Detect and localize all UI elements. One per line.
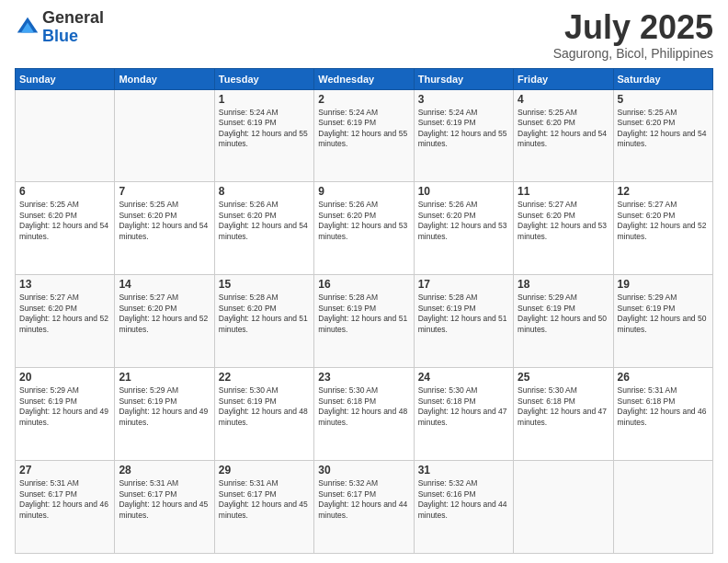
logo-blue: Blue xyxy=(42,28,104,46)
day-number: 8 xyxy=(219,185,310,198)
day-number: 1 xyxy=(219,93,310,106)
day-cell: 28Sunrise: 5:31 AMSunset: 6:17 PMDayligh… xyxy=(115,461,214,554)
day-number: 29 xyxy=(219,464,310,477)
day-info: Sunrise: 5:30 AMSunset: 6:18 PMDaylight:… xyxy=(418,385,509,428)
day-info: Sunrise: 5:32 AMSunset: 6:16 PMDaylight:… xyxy=(418,478,509,521)
day-info: Sunrise: 5:25 AMSunset: 6:20 PMDaylight:… xyxy=(19,200,110,242)
day-info: Sunrise: 5:31 AMSunset: 6:17 PMDaylight:… xyxy=(19,478,110,521)
day-number: 3 xyxy=(418,93,509,106)
day-number: 30 xyxy=(318,464,409,477)
day-cell xyxy=(115,89,214,182)
day-cell: 12Sunrise: 5:27 AMSunset: 6:20 PMDayligh… xyxy=(613,182,712,275)
day-info: Sunrise: 5:31 AMSunset: 6:18 PMDaylight:… xyxy=(618,385,709,428)
day-info: Sunrise: 5:30 AMSunset: 6:18 PMDaylight:… xyxy=(518,385,609,428)
day-cell: 26Sunrise: 5:31 AMSunset: 6:18 PMDayligh… xyxy=(613,368,712,461)
day-cell: 25Sunrise: 5:30 AMSunset: 6:18 PMDayligh… xyxy=(514,368,613,461)
day-cell: 21Sunrise: 5:29 AMSunset: 6:19 PMDayligh… xyxy=(115,368,214,461)
day-cell: 31Sunrise: 5:32 AMSunset: 6:16 PMDayligh… xyxy=(414,461,513,554)
day-info: Sunrise: 5:30 AMSunset: 6:19 PMDaylight:… xyxy=(219,385,310,428)
day-cell: 2Sunrise: 5:24 AMSunset: 6:19 PMDaylight… xyxy=(314,89,414,182)
calendar-header-row: SundayMondayTuesdayWednesdayThursdayFrid… xyxy=(16,68,713,89)
page: General Blue July 2025 Sagurong, Bicol, … xyxy=(0,0,728,563)
day-cell: 20Sunrise: 5:29 AMSunset: 6:19 PMDayligh… xyxy=(16,368,115,461)
day-info: Sunrise: 5:25 AMSunset: 6:20 PMDaylight:… xyxy=(119,200,210,242)
day-cell xyxy=(16,89,115,182)
day-cell: 22Sunrise: 5:30 AMSunset: 6:19 PMDayligh… xyxy=(214,368,313,461)
day-number: 25 xyxy=(518,371,609,384)
day-number: 12 xyxy=(618,185,709,198)
day-header-wednesday: Wednesday xyxy=(314,68,414,89)
day-info: Sunrise: 5:29 AMSunset: 6:19 PMDaylight:… xyxy=(119,385,210,428)
day-number: 22 xyxy=(219,371,310,384)
day-cell: 6Sunrise: 5:25 AMSunset: 6:20 PMDaylight… xyxy=(16,182,115,275)
day-number: 16 xyxy=(318,278,409,291)
day-cell: 10Sunrise: 5:26 AMSunset: 6:20 PMDayligh… xyxy=(414,182,513,275)
day-cell: 19Sunrise: 5:29 AMSunset: 6:19 PMDayligh… xyxy=(613,275,712,368)
day-info: Sunrise: 5:30 AMSunset: 6:18 PMDaylight:… xyxy=(318,385,409,428)
day-info: Sunrise: 5:25 AMSunset: 6:20 PMDaylight:… xyxy=(518,108,609,150)
day-info: Sunrise: 5:26 AMSunset: 6:20 PMDaylight:… xyxy=(418,200,509,242)
week-row-3: 13Sunrise: 5:27 AMSunset: 6:20 PMDayligh… xyxy=(16,275,713,368)
week-row-1: 1Sunrise: 5:24 AMSunset: 6:19 PMDaylight… xyxy=(16,89,713,182)
day-info: Sunrise: 5:24 AMSunset: 6:19 PMDaylight:… xyxy=(318,108,409,150)
day-cell: 27Sunrise: 5:31 AMSunset: 6:17 PMDayligh… xyxy=(16,461,115,554)
day-cell: 7Sunrise: 5:25 AMSunset: 6:20 PMDaylight… xyxy=(115,182,214,275)
day-cell xyxy=(514,461,613,554)
calendar-table: SundayMondayTuesdayWednesdayThursdayFrid… xyxy=(15,68,713,554)
day-cell: 13Sunrise: 5:27 AMSunset: 6:20 PMDayligh… xyxy=(16,275,115,368)
week-row-4: 20Sunrise: 5:29 AMSunset: 6:19 PMDayligh… xyxy=(16,368,713,461)
day-cell: 8Sunrise: 5:26 AMSunset: 6:20 PMDaylight… xyxy=(214,182,313,275)
day-number: 4 xyxy=(518,93,609,106)
day-number: 21 xyxy=(119,371,210,384)
day-header-saturday: Saturday xyxy=(613,68,712,89)
day-cell: 29Sunrise: 5:31 AMSunset: 6:17 PMDayligh… xyxy=(214,461,313,554)
day-cell: 1Sunrise: 5:24 AMSunset: 6:19 PMDaylight… xyxy=(214,89,313,182)
day-info: Sunrise: 5:24 AMSunset: 6:19 PMDaylight:… xyxy=(219,108,310,150)
week-row-2: 6Sunrise: 5:25 AMSunset: 6:20 PMDaylight… xyxy=(16,182,713,275)
day-number: 2 xyxy=(318,93,409,106)
day-info: Sunrise: 5:28 AMSunset: 6:19 PMDaylight:… xyxy=(418,293,509,335)
day-cell xyxy=(613,461,712,554)
day-number: 14 xyxy=(119,278,210,291)
day-header-sunday: Sunday xyxy=(16,68,115,89)
day-cell: 17Sunrise: 5:28 AMSunset: 6:19 PMDayligh… xyxy=(414,275,513,368)
day-cell: 5Sunrise: 5:25 AMSunset: 6:20 PMDaylight… xyxy=(613,89,712,182)
day-info: Sunrise: 5:31 AMSunset: 6:17 PMDaylight:… xyxy=(219,478,310,521)
day-info: Sunrise: 5:25 AMSunset: 6:20 PMDaylight:… xyxy=(618,108,709,150)
day-number: 18 xyxy=(518,278,609,291)
day-number: 19 xyxy=(618,278,709,291)
day-number: 23 xyxy=(318,371,409,384)
day-info: Sunrise: 5:29 AMSunset: 6:19 PMDaylight:… xyxy=(19,385,110,428)
day-number: 31 xyxy=(418,464,509,477)
day-cell: 3Sunrise: 5:24 AMSunset: 6:19 PMDaylight… xyxy=(414,89,513,182)
day-cell: 11Sunrise: 5:27 AMSunset: 6:20 PMDayligh… xyxy=(514,182,613,275)
day-cell: 14Sunrise: 5:27 AMSunset: 6:20 PMDayligh… xyxy=(115,275,214,368)
day-cell: 15Sunrise: 5:28 AMSunset: 6:20 PMDayligh… xyxy=(214,275,313,368)
day-number: 26 xyxy=(618,371,709,384)
logo-icon xyxy=(15,15,40,40)
day-info: Sunrise: 5:26 AMSunset: 6:20 PMDaylight:… xyxy=(318,200,409,242)
day-cell: 16Sunrise: 5:28 AMSunset: 6:19 PMDayligh… xyxy=(314,275,414,368)
day-number: 7 xyxy=(119,185,210,198)
header: General Blue July 2025 Sagurong, Bicol, … xyxy=(15,9,713,61)
day-info: Sunrise: 5:29 AMSunset: 6:19 PMDaylight:… xyxy=(518,293,609,335)
day-number: 13 xyxy=(19,278,110,291)
day-info: Sunrise: 5:27 AMSunset: 6:20 PMDaylight:… xyxy=(618,200,709,242)
day-info: Sunrise: 5:28 AMSunset: 6:19 PMDaylight:… xyxy=(318,293,409,335)
day-cell: 9Sunrise: 5:26 AMSunset: 6:20 PMDaylight… xyxy=(314,182,414,275)
day-header-monday: Monday xyxy=(115,68,214,89)
day-number: 11 xyxy=(518,185,609,198)
day-info: Sunrise: 5:29 AMSunset: 6:19 PMDaylight:… xyxy=(618,293,709,335)
week-row-5: 27Sunrise: 5:31 AMSunset: 6:17 PMDayligh… xyxy=(16,461,713,554)
month-title: July 2025 xyxy=(553,9,713,46)
day-info: Sunrise: 5:28 AMSunset: 6:20 PMDaylight:… xyxy=(219,293,310,335)
day-info: Sunrise: 5:26 AMSunset: 6:20 PMDaylight:… xyxy=(219,200,310,242)
day-info: Sunrise: 5:27 AMSunset: 6:20 PMDaylight:… xyxy=(19,293,110,335)
day-header-friday: Friday xyxy=(514,68,613,89)
logo: General Blue xyxy=(15,9,104,46)
day-info: Sunrise: 5:32 AMSunset: 6:17 PMDaylight:… xyxy=(318,478,409,521)
day-header-tuesday: Tuesday xyxy=(214,68,313,89)
day-info: Sunrise: 5:24 AMSunset: 6:19 PMDaylight:… xyxy=(418,108,509,150)
title-section: July 2025 Sagurong, Bicol, Philippines xyxy=(553,9,713,61)
day-number: 5 xyxy=(618,93,709,106)
